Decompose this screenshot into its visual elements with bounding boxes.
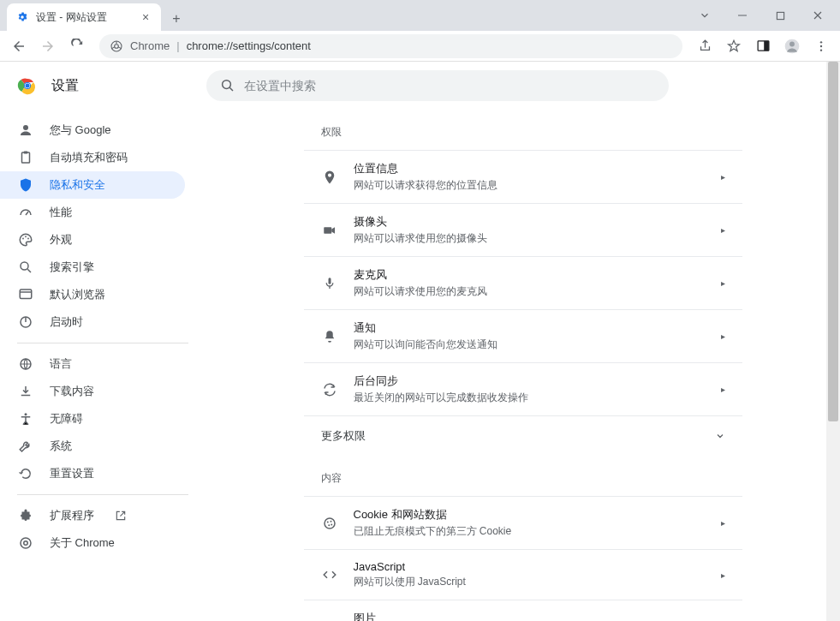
svg-point-7 [820,41,822,43]
sidebar-item-default-browser[interactable]: 默认浏览器 [0,281,185,308]
svg-point-8 [820,45,822,46]
person-icon [17,122,34,139]
chrome-icon [17,534,34,552]
window-titlebar: 设置 - 网站设置 × + [0,0,840,31]
menu-icon[interactable] [809,34,833,58]
back-button[interactable] [7,34,31,58]
svg-point-21 [21,262,28,270]
browser-tab[interactable]: 设置 - 网站设置 × [7,3,161,31]
sidebar-item-autofill[interactable]: 自动填充和密码 [0,144,185,171]
svg-point-19 [25,236,27,237]
search-input[interactable] [244,79,655,93]
side-panel-icon[interactable] [751,34,775,58]
image-icon [321,618,338,622]
row-location[interactable]: 位置信息网站可以请求获得您的位置信息 ▸ [304,150,742,203]
share-icon[interactable] [693,34,717,58]
reload-button[interactable] [65,34,89,58]
svg-point-31 [326,521,328,522]
sidebar-item-you-and-google[interactable]: 您与 Google [0,116,185,144]
sidebar-item-reset[interactable]: 重置设置 [0,460,185,487]
sidebar-item-accessibility[interactable]: 无障碍 [0,405,185,433]
chevron-down-icon[interactable] [686,3,724,28]
row-notifications[interactable]: 通知网站可以询问能否向您发送通知 ▸ [304,309,742,362]
row-javascript[interactable]: JavaScript网站可以使用 JavaScript ▸ [304,549,742,600]
chevron-right-icon: ▸ [721,278,725,288]
omnibox-url: chrome://settings/content [187,39,311,52]
row-background-sync[interactable]: 后台同步最近关闭的网站可以完成数据收发操作 ▸ [304,362,742,415]
sidebar-item-startup[interactable]: 启动时 [0,308,185,336]
sidebar-item-search-engine[interactable]: 搜索引擎 [0,254,185,281]
forward-button[interactable] [36,34,60,58]
content-header: 内容 [304,456,742,496]
sidebar-item-performance[interactable]: 性能 [0,199,185,226]
sidebar-item-about[interactable]: 关于 Chrome [0,529,185,557]
download-icon [17,383,34,400]
svg-point-14 [223,81,231,89]
settings-sidebar: 您与 Google 自动填充和密码 隐私和安全 性能 外观 搜索引擎 默认浏览器… [0,110,206,621]
sidebar-item-appearance[interactable]: 外观 [0,226,185,254]
svg-point-18 [22,238,24,240]
svg-rect-0 [777,12,783,19]
settings-search[interactable] [206,70,669,101]
camera-icon [321,222,338,239]
minimize-button[interactable] [724,3,761,28]
svg-rect-29 [328,278,331,284]
microphone-icon [321,275,338,292]
page-title: 设置 [51,77,79,95]
row-cookies[interactable]: Cookie 和网站数据已阻止无痕模式下的第三方 Cookie ▸ [304,496,742,549]
window-buttons [686,0,840,31]
chrome-logo-icon [17,75,38,96]
svg-point-33 [328,524,330,526]
globe-icon [17,355,34,373]
content-area: 权限 位置信息网站可以请求获得您的位置信息 ▸ 摄像头网站可以请求使用您的摄像头… [206,110,840,621]
sidebar-item-languages[interactable]: 语言 [0,350,185,378]
svg-rect-4 [764,41,769,51]
chevron-right-icon: ▸ [721,570,725,580]
new-tab-button[interactable]: + [164,7,188,31]
code-icon [321,566,338,583]
svg-point-6 [789,41,795,46]
svg-rect-17 [24,152,28,154]
clipboard-icon [17,149,34,166]
bell-icon [321,328,338,345]
row-camera[interactable]: 摄像头网站可以请求使用您的摄像头 ▸ [304,203,742,256]
profile-icon[interactable] [780,34,804,58]
chevron-right-icon: ▸ [721,331,725,341]
scrollbar[interactable] [826,62,840,621]
chevron-right-icon: ▸ [721,225,725,235]
sidebar-item-system[interactable]: 系统 [0,433,185,460]
svg-point-9 [820,49,822,51]
svg-point-25 [25,413,27,415]
scroll-thumb[interactable] [828,62,838,421]
chrome-icon [110,39,123,53]
shield-icon [17,176,34,194]
sidebar-item-privacy[interactable]: 隐私和安全 [0,171,185,199]
close-window-button[interactable] [799,3,837,28]
address-bar[interactable]: Chrome | chrome://settings/content [99,34,682,58]
star-icon[interactable] [722,34,746,58]
sidebar-item-downloads[interactable]: 下载内容 [0,378,185,405]
svg-point-20 [27,238,29,240]
gear-icon [15,10,29,24]
permissions-header: 权限 [304,110,742,150]
svg-rect-22 [20,290,32,299]
row-images[interactable]: 图片网站可以显示图片 ▸ [304,600,742,621]
svg-point-26 [21,538,31,548]
tab-title: 设置 - 网站设置 [36,10,132,25]
sidebar-item-extensions[interactable]: 扩展程序 [0,502,185,529]
row-microphone[interactable]: 麦克风网站可以请求使用您的麦克风 ▸ [304,256,742,309]
more-permissions[interactable]: 更多权限 [304,415,742,456]
omnibox-prefix: Chrome [130,39,170,52]
reset-icon [17,465,34,482]
chevron-right-icon: ▸ [721,518,725,528]
power-icon [17,313,34,331]
chevron-down-icon [715,431,725,441]
speedometer-icon [17,204,34,221]
browser-icon [17,286,34,303]
svg-point-2 [115,44,119,48]
svg-point-13 [26,84,30,88]
close-icon[interactable]: × [139,10,152,24]
settings-header: 设置 [0,62,840,110]
location-icon [321,169,338,186]
maximize-button[interactable] [761,3,799,28]
